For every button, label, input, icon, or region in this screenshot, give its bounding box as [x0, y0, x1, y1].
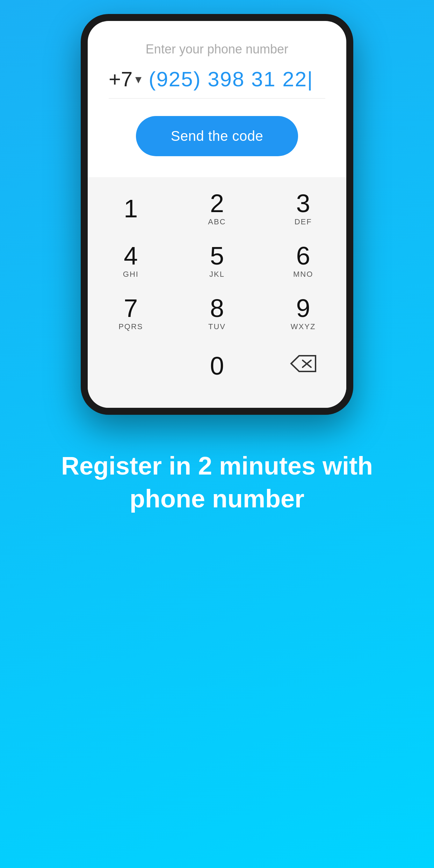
numpad-row-2: 4 GHI 5 JKL 6 MNO — [88, 237, 346, 285]
phone-wrapper: Enter your phone number +7 ▾ (925) 398 3… — [81, 14, 353, 415]
key-1[interactable]: 1 — [96, 184, 166, 233]
phone-input-label: Enter your phone number — [109, 42, 325, 57]
key-3[interactable]: 3 DEF — [268, 184, 338, 233]
key-4-digit: 4 — [124, 243, 138, 268]
key-8[interactable]: 8 TUV — [182, 289, 252, 338]
phone-number-value: (925) 398 31 22 — [149, 67, 307, 91]
key-0-digit: 0 — [210, 353, 224, 378]
numpad-row-3: 7 PQRS 8 TUV 9 WXYZ — [88, 289, 346, 338]
bottom-tagline: Register in 2 minutes with phone number — [60, 450, 374, 515]
key-5[interactable]: 5 JKL — [182, 237, 252, 285]
key-9-letters: WXYZ — [291, 322, 316, 331]
key-3-letters: DEF — [295, 217, 312, 226]
numpad-row-1: 1 2 ABC 3 DEF — [88, 184, 346, 233]
key-8-letters: TUV — [208, 322, 226, 331]
key-3-digit: 3 — [296, 191, 310, 216]
phone-frame: Enter your phone number +7 ▾ (925) 398 3… — [81, 14, 353, 415]
key-empty — [96, 341, 166, 390]
key-7[interactable]: 7 PQRS — [96, 289, 166, 338]
phone-number-display[interactable]: (925) 398 31 22| — [149, 67, 313, 91]
backspace-key[interactable] — [268, 341, 338, 390]
key-9[interactable]: 9 WXYZ — [268, 289, 338, 338]
key-4[interactable]: 4 GHI — [96, 237, 166, 285]
key-1-digit: 1 — [124, 196, 138, 221]
key-7-digit: 7 — [124, 296, 138, 321]
key-6[interactable]: 6 MNO — [268, 237, 338, 285]
phone-input-row: +7 ▾ (925) 398 31 22| — [109, 67, 325, 99]
key-8-digit: 8 — [210, 296, 224, 321]
country-code-selector[interactable]: +7 ▾ — [109, 67, 142, 91]
send-button-container: Send the code — [109, 116, 325, 156]
key-2[interactable]: 2 ABC — [182, 184, 252, 233]
key-9-digit: 9 — [296, 296, 310, 321]
screen-content: Enter your phone number +7 ▾ (925) 398 3… — [88, 21, 346, 156]
key-2-digit: 2 — [210, 191, 224, 216]
backspace-icon — [289, 354, 317, 378]
key-6-digit: 6 — [296, 243, 310, 268]
phone-screen: Enter your phone number +7 ▾ (925) 398 3… — [88, 21, 346, 408]
key-4-letters: GHI — [123, 270, 139, 279]
key-0[interactable]: 0 — [182, 341, 252, 390]
key-5-letters: JKL — [209, 270, 225, 279]
key-5-digit: 5 — [210, 243, 224, 268]
key-2-letters: ABC — [208, 217, 226, 226]
key-7-letters: PQRS — [118, 322, 143, 331]
numpad-row-4: 0 — [88, 341, 346, 390]
send-code-button[interactable]: Send the code — [136, 116, 298, 156]
country-code-value: +7 — [109, 67, 132, 91]
numpad: 1 2 ABC 3 DEF 4 GHI — [88, 177, 346, 408]
cursor-blink: | — [307, 67, 313, 91]
country-code-arrow-icon: ▾ — [135, 72, 142, 87]
key-6-letters: MNO — [293, 270, 313, 279]
